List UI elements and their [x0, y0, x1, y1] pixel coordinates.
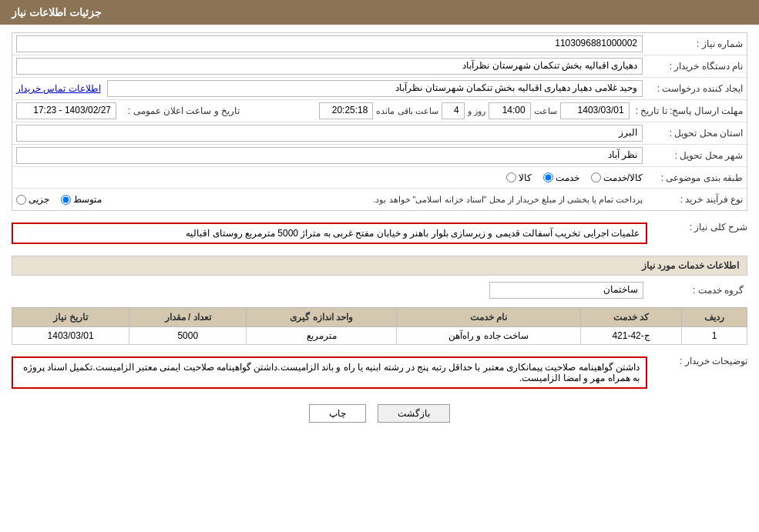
page-title: جزئیات اطلاعات نیاز: [12, 6, 102, 18]
purchase-motovaset-radio[interactable]: [61, 195, 71, 205]
cell-unit: مترمربع: [247, 327, 397, 345]
need-number-value: 1103096881000002: [16, 35, 643, 52]
province-label: استان محل تحویل :: [643, 128, 743, 139]
announcement-label: تاریخ و ساعت اعلان عمومی :: [116, 105, 240, 116]
service-group-row: گروه خدمت : ساختمان: [12, 279, 747, 301]
category-kala-khadamat-radio[interactable]: [591, 172, 601, 182]
province-value: البرز: [16, 125, 643, 142]
description-section: شرح کلی نیاز : علمیات اجرایی تخریب آسفال…: [12, 219, 747, 248]
deadline-days-label: روز و: [468, 106, 485, 116]
announcement-value: 1403/02/27 - 17:23: [16, 102, 116, 119]
col-unit: واحد اندازه گیری: [247, 308, 397, 327]
cell-quantity: 5000: [129, 327, 247, 345]
category-kala-radio[interactable]: [506, 172, 516, 182]
deadline-remaining: 20:25:18: [319, 102, 373, 119]
deadline-time: 14:00: [489, 102, 531, 119]
buyer-org-row: نام دستگاه خریدار : دهیاری اقبالیه بخش ت…: [12, 55, 747, 78]
category-row: طبقه بندی موضوعی : کالا خدمت کالا/خدمت: [12, 167, 747, 189]
deadline-date-row: 1403/03/01 ساعت 14:00 روز و 4 ساعت باقی …: [247, 102, 630, 119]
need-number-row: شماره نیاز : 1103096881000002: [12, 33, 747, 55]
creator-row: ایجاد کننده درخواست : وحید غلامی دهیار د…: [12, 78, 747, 100]
print-button[interactable]: چاپ: [309, 404, 366, 423]
col-service-code: کد خدمت: [581, 308, 682, 327]
deadline-time-label: ساعت: [534, 106, 557, 116]
description-box: علمیات اجرایی تخریب آسفالت قدیمی و زیرسا…: [12, 223, 647, 244]
buyer-notes-value: داشتن گواهینامه صلاحیت پیمانکاری معتبر ب…: [23, 362, 640, 383]
need-number-label: شماره نیاز :: [643, 38, 743, 49]
deadline-label: مهلت ارسال پاسخ: تا تاریخ :: [630, 105, 743, 116]
buyer-notes-section: توضیحات خریدار : داشتن گواهینامه صلاحیت …: [12, 353, 747, 393]
col-quantity: تعداد / مقدار: [129, 308, 247, 327]
purchase-motovaset: متوسط: [61, 194, 102, 205]
purchase-options: جزیی متوسط پرداخت تمام یا بخشی از مبلغ خ…: [16, 194, 643, 205]
service-group-label: گروه خدمت :: [643, 285, 744, 296]
service-group-value: ساختمان: [489, 282, 643, 299]
category-khadamat: خدمت: [543, 172, 579, 183]
deadline-date: 1403/03/01: [560, 102, 630, 119]
deadline-days: 4: [442, 102, 465, 119]
purchase-type-row: نوع فرآیند خرید : جزیی متوسط پرداخت تمام…: [12, 189, 747, 210]
cell-row-num: 1: [682, 327, 747, 345]
category-khadamat-radio[interactable]: [543, 172, 553, 182]
contact-link[interactable]: اطلاعات تماس خریدار: [16, 83, 101, 94]
province-row: استان محل تحویل : البرز: [12, 122, 747, 145]
back-button[interactable]: بازگشت: [378, 404, 450, 423]
cell-need-date: 1403/03/01: [12, 327, 129, 345]
table-row: 1 ج-42-421 ساخت جاده و راه‌آهن مترمربع 5…: [12, 327, 747, 345]
buyer-notes-box: داشتن گواهینامه صلاحیت پیمانکاری معتبر ب…: [12, 356, 647, 389]
creator-value: وحید غلامی دهیار دهیاری اقبالیه بخش تنکم…: [107, 80, 643, 97]
buyer-org-label: نام دستگاه خریدار :: [643, 61, 743, 72]
category-kala-khadamat-label: کالا/خدمت: [603, 172, 643, 183]
category-kala-label: کالا: [519, 172, 532, 183]
purchase-type-label: نوع فرآیند خرید :: [643, 194, 743, 205]
category-kala: کالا: [506, 172, 532, 183]
category-khadamat-label: خدمت: [556, 172, 579, 183]
main-form: شماره نیاز : 1103096881000002 نام دستگاه…: [12, 32, 747, 211]
buyer-org-value: دهیاری اقبالیه بخش تنکمان شهرستان نظرآبا…: [16, 58, 643, 75]
city-label: شهر محل تحویل :: [643, 150, 743, 161]
page-header: جزئیات اطلاعات نیاز: [0, 0, 759, 25]
city-value: نظر آباد: [16, 147, 643, 164]
purchase-description: پرداخت تمام یا بخشی از مبلغ خریدار از مح…: [113, 195, 643, 205]
purchase-jazii: جزیی: [16, 194, 49, 205]
description-label: شرح کلی نیاز :: [647, 219, 747, 233]
purchase-motovaset-label: متوسط: [73, 194, 102, 205]
purchase-jazii-radio[interactable]: [16, 195, 26, 205]
col-service-name: نام خدمت: [397, 308, 581, 327]
category-kala-khadamat: کالا/خدمت: [591, 172, 643, 183]
creator-label: ایجاد کننده درخواست :: [643, 83, 743, 94]
purchase-jazii-label: جزیی: [29, 194, 49, 205]
city-row: شهر محل تحویل : نظر آباد: [12, 145, 747, 167]
buyer-notes-label: توضیحات خریدار :: [647, 353, 747, 366]
services-table: ردیف کد خدمت نام خدمت واحد اندازه گیری ت…: [12, 307, 747, 345]
button-row: بازگشت چاپ: [12, 404, 747, 423]
cell-service-name: ساخت جاده و راه‌آهن: [397, 327, 581, 345]
cell-service-code: ج-42-421: [581, 327, 682, 345]
description-value: علمیات اجرایی تخریب آسفالت قدیمی و زیرسا…: [186, 228, 640, 239]
col-need-date: تاریخ نیاز: [12, 308, 129, 327]
deadline-row: مهلت ارسال پاسخ: تا تاریخ : 1403/03/01 س…: [12, 100, 747, 122]
services-section-title: اطلاعات خدمات مورد نیاز: [12, 256, 747, 276]
deadline-remaining-label: ساعت باقی مانده: [376, 106, 438, 116]
col-row-num: ردیف: [682, 308, 747, 327]
category-label: طبقه بندی موضوعی :: [643, 172, 743, 183]
category-options: کالا خدمت کالا/خدمت: [16, 172, 643, 183]
